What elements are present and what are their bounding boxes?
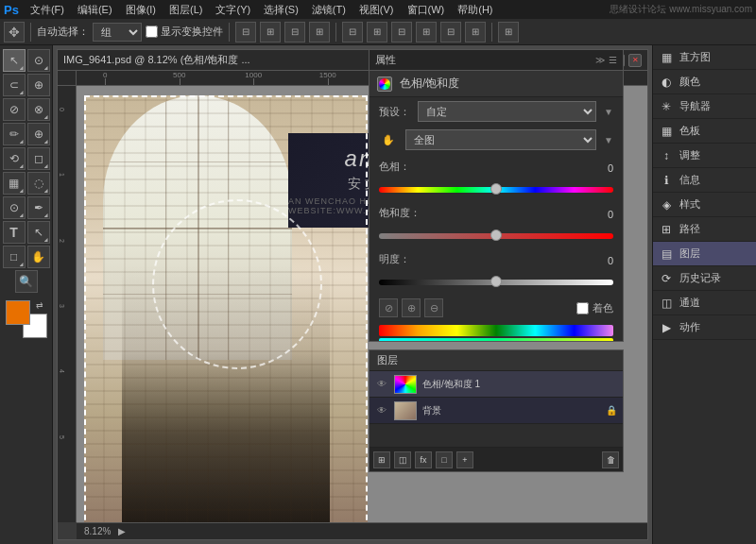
lightness-slider-container[interactable]: [379, 274, 613, 289]
quick-select-tool[interactable]: ⊂: [3, 74, 26, 96]
colorize-checkbox[interactable]: [576, 302, 589, 314]
layer-item-huesat[interactable]: 👁 色相/饱和度 1: [369, 371, 623, 398]
swap-colors-btn[interactable]: ⇄: [36, 300, 47, 312]
gradient-tool[interactable]: ▦: [3, 172, 26, 195]
eyedropper-subtract-icon[interactable]: ⊖: [424, 298, 443, 317]
show-transform-checkbox[interactable]: [146, 26, 158, 38]
eraser-tool[interactable]: ◻: [27, 147, 50, 170]
menu-view[interactable]: 视图(V): [353, 0, 400, 19]
lasso-tool[interactable]: ⊙: [27, 49, 50, 72]
panel-styles[interactable]: ◈ 样式: [653, 193, 756, 217]
text-tool[interactable]: T: [3, 221, 26, 244]
selection-tool[interactable]: ↖: [3, 49, 26, 72]
panel-adjustments[interactable]: ↕ 调整: [653, 144, 756, 168]
show-transform-label[interactable]: 显示变换控件: [146, 25, 223, 39]
panel-channels[interactable]: ◫ 通道: [653, 291, 756, 315]
distribute-btn-5[interactable]: ⊟: [440, 22, 461, 42]
panel-paths[interactable]: ⊞ 路径: [653, 217, 756, 242]
props-controls: ≫ ☰: [595, 55, 617, 65]
panel-history[interactable]: ⟳ 历史记录: [653, 266, 756, 291]
move-tool-btn[interactable]: ✥: [4, 22, 25, 42]
ruler-h-tick-mark-1500: [328, 78, 329, 86]
layer-item-bg[interactable]: 👁 背景 🔒: [369, 398, 623, 424]
menu-text[interactable]: 文字(Y): [210, 0, 256, 19]
eyedropper-tool-icon[interactable]: ⊘: [379, 298, 398, 317]
distribute-btn-3[interactable]: ⊟: [391, 22, 412, 42]
preset-dropdown[interactable]: 自定 默认值: [418, 101, 596, 122]
panel-layers[interactable]: ▤ 图层: [653, 242, 756, 266]
layer-fx-btn[interactable]: fx: [415, 451, 432, 468]
menu-file[interactable]: 文件(F): [25, 0, 70, 19]
distribute-btn-4[interactable]: ⊞: [416, 22, 437, 42]
close-btn[interactable]: ✕: [628, 54, 642, 67]
crop-tool[interactable]: ⊕: [27, 74, 50, 96]
layer-mask-btn[interactable]: ◫: [394, 451, 411, 468]
saturation-slider-thumb[interactable]: [490, 230, 502, 241]
panel-histogram[interactable]: ▦ 直方图: [653, 45, 756, 70]
layer-visibility-eye-1[interactable]: 👁: [375, 378, 388, 391]
layer-link-btn[interactable]: ⊞: [373, 451, 390, 468]
colorize-label-row[interactable]: 着色: [576, 301, 613, 315]
channel-dropdown[interactable]: 全图 红色 黄色 绿色 青色 蓝色 洋红: [405, 129, 596, 150]
clone-tool[interactable]: ⊕: [27, 123, 50, 145]
brush-tool[interactable]: ✏: [3, 123, 26, 145]
layer-visibility-eye-2[interactable]: 👁: [375, 404, 388, 417]
channel-dropdown-arrow[interactable]: ▼: [604, 135, 613, 145]
menu-window[interactable]: 窗口(W): [402, 0, 451, 19]
pen-tool[interactable]: ✒: [27, 196, 50, 219]
align-btn-3[interactable]: ⊟: [284, 22, 305, 42]
distribute-btn-6[interactable]: ⊞: [465, 22, 486, 42]
window-grid-line-h1: [103, 162, 292, 162]
menu-filter[interactable]: 滤镜(T): [306, 0, 352, 19]
hue-slider-thumb[interactable]: [490, 183, 502, 195]
auto-select-dropdown[interactable]: 组 图层: [93, 23, 142, 42]
saturation-slider-container[interactable]: [379, 228, 613, 243]
shape-tool[interactable]: □: [3, 246, 26, 268]
panel-navigator-label: 导航器: [679, 99, 711, 113]
preset-dropdown-arrow[interactable]: ▼: [604, 107, 613, 117]
align-btn-1[interactable]: ⊟: [235, 22, 256, 42]
menu-layer[interactable]: 图层(L): [163, 0, 208, 19]
panel-actions[interactable]: ▶ 动作: [653, 315, 756, 340]
zoom-tool[interactable]: 🔍: [15, 270, 38, 293]
menu-select[interactable]: 选择(S): [258, 0, 304, 19]
distribute-btn-1[interactable]: ⊟: [342, 22, 363, 42]
hue-slider-container[interactable]: [379, 181, 613, 196]
panel-navigator[interactable]: ✳ 导航器: [653, 94, 756, 119]
hue-param-row: 色相： 0: [369, 154, 623, 178]
distribute-btn-2[interactable]: ⊞: [367, 22, 387, 42]
align-btn-4[interactable]: ⊞: [309, 22, 330, 42]
panel-info[interactable]: ℹ 信息: [653, 168, 756, 193]
delete-layer-btn[interactable]: 🗑: [602, 451, 619, 468]
props-expand-btn[interactable]: ≫: [595, 55, 605, 65]
menu-bar: Ps 文件(F) 编辑(E) 图像(I) 图层(L) 文字(Y) 选择(S) 滤…: [0, 0, 756, 19]
panel-color[interactable]: ◐ 颜色: [653, 70, 756, 94]
dodge-tool[interactable]: ⊙: [3, 196, 26, 219]
preset-label: 预设：: [379, 105, 410, 119]
toolbar-separator-2: [229, 23, 230, 42]
blur-tool[interactable]: ◌: [27, 172, 50, 195]
arrange-btn[interactable]: ⊞: [498, 22, 519, 42]
panel-swatches[interactable]: ▦ 色板: [653, 119, 756, 144]
props-menu-btn[interactable]: ☰: [609, 55, 617, 65]
toolbar: ✥ 自动选择： 组 图层 显示变换控件 ⊟ ⊞ ⊟ ⊞ ⊟ ⊞ ⊟ ⊞ ⊟ ⊞ …: [0, 19, 756, 45]
spot-heal-tool[interactable]: ⊗: [27, 98, 50, 121]
hand-tool[interactable]: ✋: [27, 246, 50, 268]
menu-edit[interactable]: 编辑(E): [72, 0, 118, 19]
eyedropper-tool[interactable]: ⊘: [3, 98, 26, 121]
path-select-tool[interactable]: ↖: [27, 221, 50, 244]
align-btn-2[interactable]: ⊞: [260, 22, 281, 42]
history-icon: ⟳: [659, 271, 674, 286]
menu-image[interactable]: 图像(I): [120, 0, 162, 19]
zoom-indicator[interactable]: ▶: [118, 526, 126, 536]
menu-help[interactable]: 帮助(H): [452, 0, 498, 19]
new-layer-btn[interactable]: +: [456, 451, 473, 468]
lightness-slider-thumb[interactable]: [490, 276, 502, 287]
foreground-color-swatch[interactable]: [6, 300, 30, 325]
hand-cursor-icon[interactable]: ✋: [379, 130, 398, 149]
history-brush-tool[interactable]: ⟲: [3, 147, 26, 170]
eyedropper-add-icon[interactable]: ⊕: [402, 298, 421, 317]
new-layer-group-btn[interactable]: □: [436, 451, 453, 468]
document-title: IMG_9641.psd @ 8.12% (色相/饱和度 ...: [63, 53, 250, 67]
properties-panel: 属性 ≫ ☰ 色相/饱和度 预设： 自定 默认值 ▼ ✋ 全图: [369, 49, 624, 342]
